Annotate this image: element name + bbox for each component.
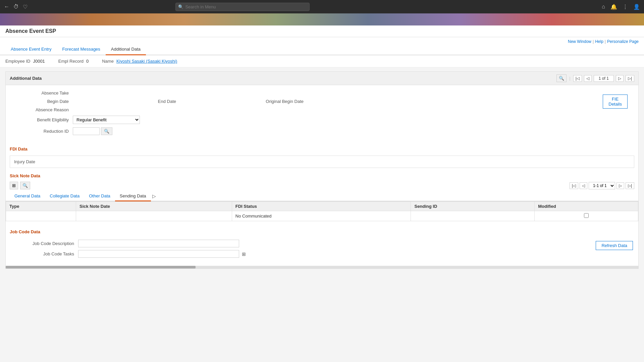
additional-data-search-btn[interactable]: 🔍 (556, 74, 567, 82)
back-icon[interactable]: ← (4, 4, 9, 10)
menu-icon[interactable]: ⋮ (623, 4, 628, 10)
reduction-id-search-btn[interactable]: 🔍 (101, 127, 112, 135)
job-code-tasks-row: Job Code Tasks ⊞ (11, 250, 247, 258)
benefit-eligibility-select[interactable]: Regular Benefit Extended Benefit No Bene… (73, 116, 140, 124)
fdi-data-content: Injury Date (10, 156, 634, 168)
job-code-fields: Job Code Description Job Code Tasks ⊞ (11, 240, 247, 260)
fdi-data-title: FDI Data (6, 144, 638, 153)
name-value[interactable]: Kiyoshi Sasaki (Sasaki Kiyoshi) (116, 59, 177, 64)
banner-image (0, 13, 644, 25)
job-code-description-input[interactable] (78, 240, 239, 247)
pagination-prev-btn[interactable]: ◁ (584, 75, 592, 82)
job-code-form: Job Code Description Job Code Tasks ⊞ (6, 236, 638, 264)
begin-date-label: Begin Date (12, 99, 73, 104)
additional-data-title: Additional Data (10, 76, 42, 81)
bell-icon[interactable]: 🔔 (610, 4, 617, 10)
sick-note-last-btn[interactable]: ▷| (626, 182, 634, 189)
spacer (6, 221, 638, 227)
tab-absence-event-entry[interactable]: Absence Event Entry (5, 44, 57, 55)
tab-collegiate-data[interactable]: Collegiate Data (45, 191, 84, 201)
sick-note-arrow-btn[interactable]: ▷ (151, 191, 157, 201)
reduction-id-input[interactable] (73, 127, 100, 135)
tab-additional-data[interactable]: Additional Data (106, 44, 146, 55)
cell-type (6, 211, 76, 221)
benefit-eligibility-row: Benefit Eligibility Regular Benefit Exte… (12, 116, 632, 124)
sick-note-data-section: Sick Note Data ⊞ 🔍 |◁ ◁ 1-1 of 1 ▷ ▷| (6, 171, 638, 221)
employee-id-value: J0001 (33, 59, 45, 64)
pagination-indicator: 1 of 1 (594, 75, 614, 82)
injury-date-row: Injury Date (14, 159, 630, 164)
refresh-data-button[interactable]: Refresh Data (596, 241, 633, 250)
tab-other-data[interactable]: Other Data (84, 191, 115, 201)
top-navigation: ← ⏱ ♡ 🔍 ⌂ 🔔 ⋮ 👤 (0, 0, 644, 13)
horizontal-scrollbar[interactable] (6, 266, 638, 268)
job-code-tasks-expand-btn[interactable]: ⊞ (240, 251, 247, 257)
user-icon[interactable]: 👤 (633, 4, 640, 10)
absence-reason-row: Absence Reason (12, 107, 632, 112)
employee-info-row: Employee ID J0001 Empl Record 0 Name Kiy… (0, 55, 644, 67)
job-code-description-label: Job Code Description (11, 241, 78, 246)
separator-2: | (605, 39, 606, 44)
fie-details-button[interactable]: FIE Details (603, 95, 628, 109)
name-item: Name Kiyoshi Sasaki (Sasaki Kiyoshi) (102, 59, 177, 64)
sick-note-first-btn[interactable]: |◁ (570, 182, 578, 189)
sick-note-search-btn[interactable]: 🔍 (20, 182, 30, 189)
scroll-thumb (6, 266, 196, 268)
begin-end-date-row: Begin Date End Date Original Begin Date (12, 99, 632, 104)
name-label: Name (102, 59, 114, 64)
history-icon[interactable]: ⏱ (13, 4, 19, 10)
employee-id-label: Employee ID (5, 59, 30, 64)
additional-data-section: Additional Data 🔍 | |◁ ◁ 1 of 1 ▷ ▷| FIE… (5, 71, 639, 269)
col-sending-id-header: Sending ID (411, 202, 535, 211)
job-code-tasks-input[interactable] (78, 250, 239, 258)
sick-note-next-btn[interactable]: ▷ (616, 182, 624, 189)
sick-note-data-title: Sick Note Data (6, 171, 638, 180)
help-link[interactable]: Help (595, 39, 603, 44)
pagination-last-btn[interactable]: ▷| (626, 75, 634, 82)
reduction-id-row: Reduction ID 🔍 (12, 127, 632, 135)
top-nav-right: ⌂ 🔔 ⋮ 👤 (602, 4, 640, 10)
job-code-form-inner: Job Code Description Job Code Tasks ⊞ (11, 240, 633, 260)
col-modified-header: Modified (535, 202, 638, 211)
sick-note-grid-btn[interactable]: ⊞ (10, 182, 18, 189)
job-code-description-row: Job Code Description (11, 240, 247, 247)
sick-note-tabs: General Data Collegiate Data Other Data … (6, 191, 638, 201)
favorite-icon[interactable]: ♡ (23, 4, 28, 10)
tab-sending-data[interactable]: Sending Data (115, 191, 151, 201)
refresh-btn-wrapper: Refresh Data (596, 240, 633, 250)
new-window-link[interactable]: New Window (568, 39, 591, 44)
sick-note-page-select[interactable]: 1-1 of 1 (589, 182, 615, 189)
tab-forecast-messages[interactable]: Forecast Messages (57, 44, 105, 55)
pagination-next-btn[interactable]: ▷ (616, 75, 624, 82)
sick-note-toolbar-left: ⊞ 🔍 (10, 182, 30, 189)
sick-note-prev-btn[interactable]: ◁ (580, 182, 587, 189)
sick-note-toolbar: ⊞ 🔍 |◁ ◁ 1-1 of 1 ▷ ▷| (6, 180, 638, 191)
search-icon: 🔍 (178, 4, 183, 9)
personalize-page-link[interactable]: Personalize Page (607, 39, 639, 44)
fdi-data-section: FDI Data Injury Date (6, 144, 638, 168)
search-input[interactable] (175, 3, 310, 11)
cell-sick-note-date (76, 211, 232, 221)
col-type-header: Type (6, 202, 76, 211)
job-code-tasks-label: Job Code Tasks (11, 251, 78, 256)
modified-checkbox[interactable] (584, 213, 589, 218)
absence-take-label: Absence Take (12, 90, 73, 96)
empl-record-value: 0 (86, 59, 89, 64)
absence-take-row: Absence Take (12, 90, 632, 96)
table-header-row: Type Sick Note Date FDI Status Sending I… (6, 202, 638, 211)
home-icon[interactable]: ⌂ (602, 4, 605, 10)
page-title: Absence Event ESP (5, 28, 639, 34)
tab-general-data[interactable]: General Data (10, 191, 45, 201)
job-code-tasks-input-wrapper: ⊞ (78, 250, 247, 258)
table-row: No Communicated (6, 211, 638, 221)
additional-data-header: Additional Data 🔍 | |◁ ◁ 1 of 1 ▷ ▷| (6, 72, 638, 85)
cell-fdi-status: No Communicated (232, 211, 411, 221)
pagination-first-btn[interactable]: |◁ (573, 75, 582, 82)
employee-id-item: Employee ID J0001 (5, 59, 45, 64)
search-bar: 🔍 (175, 3, 310, 11)
separator-1: | (593, 39, 594, 44)
cell-modified (535, 211, 638, 221)
main-content: Additional Data 🔍 | |◁ ◁ 1 of 1 ▷ ▷| FIE… (0, 67, 644, 277)
cell-sending-id (411, 211, 535, 221)
benefit-eligibility-label: Benefit Eligibility (12, 117, 73, 122)
